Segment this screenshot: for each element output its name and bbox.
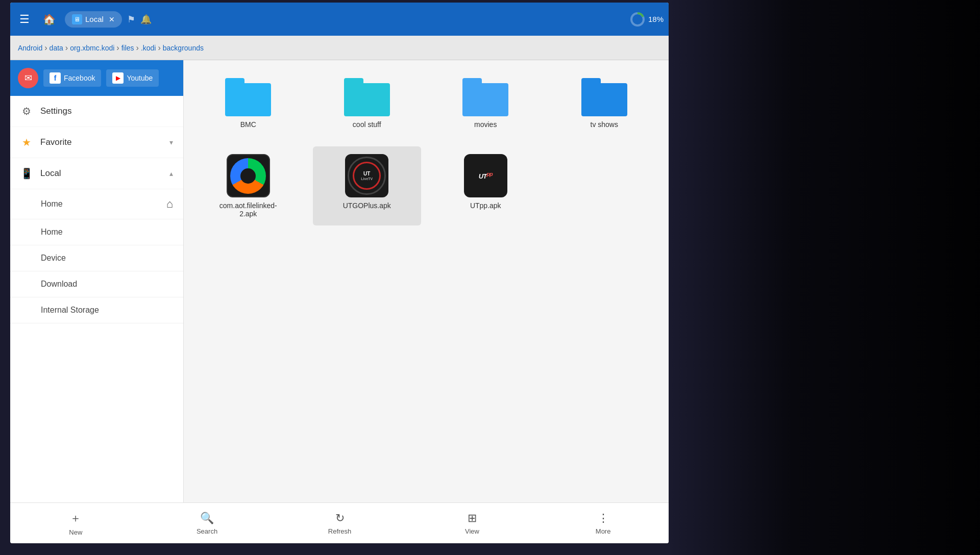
utgoplus-icon: UT LiveTV — [345, 154, 388, 197]
app-container: ☰ 🏠 🖥 Local ✕ ⚑ 🔔 18% Android › data › o… — [10, 3, 669, 543]
sidebar-item-home2[interactable]: Home — [10, 219, 183, 245]
file-utgoplus[interactable]: UT LiveTV UTGOPlus.apk — [313, 146, 422, 225]
storage-indicator: 18% — [630, 12, 664, 27]
folder-tv-shows-icon — [581, 78, 627, 116]
search-label: Search — [197, 527, 217, 535]
filelinked-icon — [227, 154, 270, 197]
tab-label: Local — [85, 15, 104, 23]
bottom-toolbar: ＋ New 🔍 Search ↻ Refresh ⊞ View ⋮ More — [10, 502, 669, 543]
local-tab[interactable]: 🖥 Local ✕ — [65, 11, 122, 28]
breadcrumb-bar: Android › data › org.xbmc.kodi › files ›… — [10, 36, 669, 60]
settings-label: Settings — [40, 106, 71, 116]
top-bar-right: 18% — [630, 12, 664, 27]
facebook-button[interactable]: f Facebook — [43, 69, 101, 87]
sidebar-item-settings[interactable]: ⚙ Settings — [10, 96, 183, 127]
local-device-icon: 📱 — [20, 167, 33, 180]
view-button[interactable]: ⊞ View — [452, 508, 493, 539]
storage-percent-label: 18% — [648, 15, 664, 23]
folder-movies-icon — [462, 78, 508, 116]
facebook-label: Facebook — [64, 74, 95, 82]
breadcrumb-data[interactable]: data — [50, 44, 63, 52]
search-icon: 🔍 — [200, 512, 214, 525]
breadcrumb-sep-3: › — [116, 43, 119, 53]
home-nav-icon[interactable]: 🏠 — [39, 9, 60, 30]
refresh-icon: ↻ — [335, 512, 345, 525]
utpp-inner-text: UTpp — [479, 171, 493, 180]
more-label: More — [596, 527, 611, 535]
flag-icon: ⚑ — [127, 14, 135, 25]
breadcrumb-sep-5: › — [158, 43, 160, 53]
top-bar: ☰ 🏠 🖥 Local ✕ ⚑ 🔔 18% — [10, 3, 669, 36]
youtube-button[interactable]: ▶ Youtube — [106, 69, 159, 87]
sidebar-item-internal-storage[interactable]: Internal Storage — [10, 297, 183, 323]
refresh-button[interactable]: ↻ Refresh — [318, 508, 362, 539]
sidebar-item-local[interactable]: 📱 Local ▴ — [10, 158, 183, 189]
notification-icon: 🔔 — [140, 14, 152, 25]
hamburger-icon[interactable]: ☰ — [15, 9, 34, 30]
folder-movies[interactable]: movies — [431, 70, 540, 136]
folder-bmc[interactable]: BMC — [194, 70, 303, 136]
utgoplus-label: UTGOPlus.apk — [343, 201, 391, 210]
folder-bmc-icon — [225, 78, 271, 116]
favorite-label: Favorite — [40, 137, 71, 147]
home2-label: Home — [41, 228, 63, 237]
sidebar-item-device[interactable]: Device — [10, 245, 183, 271]
refresh-label: Refresh — [328, 527, 352, 535]
storage-donut-chart — [630, 12, 645, 27]
breadcrumb-backgrounds[interactable]: backgrounds — [163, 44, 204, 52]
facebook-icon: f — [50, 72, 61, 84]
breadcrumb-kodi[interactable]: org.xbmc.kodi — [70, 44, 114, 52]
local-collapse-icon: ▴ — [169, 169, 173, 178]
email-icon[interactable]: ✉ — [18, 68, 38, 88]
view-grid-icon: ⊞ — [468, 512, 477, 525]
utpp-label: UTpp.apk — [470, 201, 501, 210]
file-filelinked[interactable]: com.aot.filelinked-2.apk — [194, 146, 303, 225]
folder-tv-shows-label: tv shows — [591, 120, 618, 129]
search-button[interactable]: 🔍 Search — [186, 508, 228, 539]
folder-cool-stuff[interactable]: cool stuff — [313, 70, 422, 136]
tab-monitor-icon: 🖥 — [72, 14, 82, 24]
new-plus-icon: ＋ — [70, 511, 81, 526]
new-button[interactable]: ＋ New — [55, 507, 96, 540]
new-label: New — [69, 528, 82, 536]
breadcrumb-android[interactable]: Android — [18, 44, 42, 52]
folder-movies-label: movies — [474, 120, 497, 129]
sidebar-item-home[interactable]: Home ⌂ — [10, 189, 183, 219]
sidebar-item-download[interactable]: Download — [10, 271, 183, 297]
folder-tv-shows[interactable]: tv shows — [550, 70, 659, 136]
settings-icon: ⚙ — [20, 105, 33, 117]
breadcrumb-sep-1: › — [44, 43, 47, 53]
internal-storage-label: Internal Storage — [41, 306, 99, 315]
tab-close-icon[interactable]: ✕ — [109, 15, 115, 23]
local-label: Local — [40, 168, 61, 179]
view-label: View — [465, 527, 479, 535]
favorite-icon: ★ — [20, 136, 33, 148]
breadcrumb-sep-2: › — [65, 43, 68, 53]
sidebar: ✉ f Facebook ▶ Youtube ⚙ Settings ★ Favo… — [10, 60, 184, 502]
breadcrumb-kodi-dir[interactable]: .kodi — [141, 44, 156, 52]
device-label: Device — [41, 254, 66, 263]
main-content: ✉ f Facebook ▶ Youtube ⚙ Settings ★ Favo… — [10, 60, 669, 502]
youtube-icon: ▶ — [112, 72, 124, 84]
sidebar-item-favorite[interactable]: ★ Favorite ▾ — [10, 127, 183, 158]
home-house-icon: ⌂ — [166, 197, 173, 211]
folder-bmc-label: BMC — [240, 120, 256, 129]
folder-cool-stuff-icon — [344, 78, 390, 116]
filelinked-label: com.aot.filelinked-2.apk — [215, 201, 281, 218]
folder-cool-stuff-label: cool stuff — [353, 120, 381, 129]
more-dots-icon: ⋮ — [598, 512, 609, 525]
more-button[interactable]: ⋮ More — [583, 508, 624, 539]
favorite-expand-icon: ▾ — [169, 138, 173, 146]
breadcrumb-files[interactable]: files — [121, 44, 134, 52]
file-utpp[interactable]: UTpp UTpp.apk — [431, 146, 540, 225]
breadcrumb-sep-4: › — [136, 43, 139, 53]
social-bar: ✉ f Facebook ▶ Youtube — [10, 60, 183, 96]
utpp-icon: UTpp — [464, 154, 507, 197]
download-label: Download — [41, 280, 77, 289]
file-area: BMC cool stuff movies — [184, 60, 669, 502]
home-sub-label: Home — [41, 199, 63, 209]
youtube-label: Youtube — [127, 74, 153, 82]
